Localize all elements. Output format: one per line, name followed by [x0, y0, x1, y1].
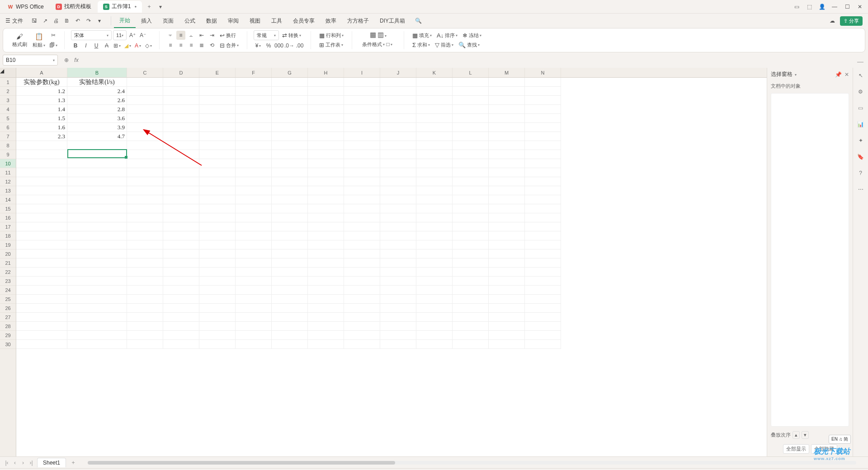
- cell[interactable]: [380, 340, 416, 349]
- increase-font-icon[interactable]: A⁺: [128, 31, 137, 40]
- cell[interactable]: [453, 240, 489, 249]
- cell[interactable]: [163, 304, 199, 313]
- fx-icon[interactable]: fx: [71, 55, 81, 65]
- cell[interactable]: [308, 195, 344, 204]
- underline-button[interactable]: U: [92, 41, 101, 50]
- row-header[interactable]: 18: [0, 231, 16, 240]
- cell[interactable]: [453, 114, 489, 123]
- cell[interactable]: [16, 304, 67, 313]
- menu-方方格子[interactable]: 方方格子: [342, 14, 374, 28]
- col-header-A[interactable]: A: [16, 68, 67, 77]
- cell[interactable]: [453, 123, 489, 132]
- cell[interactable]: [308, 286, 344, 295]
- cell[interactable]: [453, 331, 489, 340]
- cell[interactable]: [344, 304, 380, 313]
- cell[interactable]: [525, 150, 561, 159]
- cell[interactable]: [163, 114, 199, 123]
- cell[interactable]: [199, 114, 236, 123]
- cell[interactable]: [344, 114, 380, 123]
- cell[interactable]: [525, 186, 561, 195]
- cell[interactable]: [236, 313, 272, 322]
- cell[interactable]: [416, 150, 453, 159]
- cell[interactable]: [308, 295, 344, 304]
- cell[interactable]: [163, 268, 199, 277]
- cell[interactable]: [272, 258, 308, 268]
- cell[interactable]: [308, 96, 344, 105]
- cell[interactable]: [16, 258, 67, 268]
- window-cube-icon[interactable]: ⬚: [803, 0, 816, 13]
- cell[interactable]: [344, 177, 380, 186]
- cell[interactable]: [163, 96, 199, 105]
- cell[interactable]: [199, 105, 236, 114]
- cell[interactable]: [67, 150, 127, 159]
- cell[interactable]: 1.3: [16, 96, 67, 105]
- cell[interactable]: [163, 195, 199, 204]
- cell[interactable]: [272, 286, 308, 295]
- cell[interactable]: [67, 322, 127, 331]
- cell[interactable]: [127, 105, 163, 114]
- select-tool-icon[interactable]: ↖: [856, 70, 866, 80]
- cell[interactable]: [416, 204, 453, 213]
- cell[interactable]: [453, 213, 489, 222]
- print-icon[interactable]: 🖨: [51, 16, 61, 26]
- currency-icon[interactable]: ¥▾: [254, 41, 263, 50]
- cell[interactable]: [308, 249, 344, 258]
- cell[interactable]: [308, 123, 344, 132]
- cell[interactable]: [272, 304, 308, 313]
- cell[interactable]: [163, 231, 199, 240]
- row-header[interactable]: 15: [0, 204, 16, 213]
- cell[interactable]: [489, 141, 525, 150]
- move-up-icon[interactable]: ▴: [793, 431, 800, 439]
- cell[interactable]: [67, 159, 127, 168]
- cell[interactable]: [344, 78, 380, 87]
- cell[interactable]: [16, 322, 67, 331]
- cell[interactable]: [344, 286, 380, 295]
- cell[interactable]: [308, 322, 344, 331]
- menu-视图[interactable]: 视图: [244, 14, 266, 28]
- cell[interactable]: [344, 96, 380, 105]
- cell[interactable]: [489, 87, 525, 96]
- cell[interactable]: [416, 240, 453, 249]
- cell[interactable]: [199, 123, 236, 132]
- cell[interactable]: [67, 186, 127, 195]
- cell[interactable]: [344, 222, 380, 231]
- cell[interactable]: [344, 240, 380, 249]
- cell[interactable]: [272, 240, 308, 249]
- window-minimize-button[interactable]: —: [828, 0, 841, 13]
- cell[interactable]: [489, 168, 525, 177]
- cell[interactable]: [416, 114, 453, 123]
- cell[interactable]: [416, 132, 453, 141]
- cell[interactable]: [272, 222, 308, 231]
- cell[interactable]: [380, 240, 416, 249]
- search-menu-button[interactable]: 🔍: [410, 18, 426, 24]
- cell[interactable]: [453, 168, 489, 177]
- align-center-icon[interactable]: ≡: [176, 41, 185, 50]
- more-tool-icon[interactable]: ⋯: [856, 184, 866, 194]
- bookmark-tool-icon[interactable]: 🔖: [856, 152, 866, 162]
- cell[interactable]: [416, 222, 453, 231]
- cell[interactable]: [163, 322, 199, 331]
- window-compact-icon[interactable]: ▭: [790, 0, 803, 13]
- cell[interactable]: [272, 295, 308, 304]
- cell[interactable]: [199, 177, 236, 186]
- cell[interactable]: [453, 249, 489, 258]
- first-sheet-icon[interactable]: |‹: [3, 460, 11, 466]
- convert-button[interactable]: ⇄转换▾: [280, 31, 303, 40]
- cell[interactable]: [416, 295, 453, 304]
- row-header[interactable]: 5: [0, 114, 16, 123]
- cell[interactable]: [163, 295, 199, 304]
- cell[interactable]: [344, 195, 380, 204]
- cell[interactable]: [344, 313, 380, 322]
- cell[interactable]: [272, 340, 308, 349]
- cell[interactable]: [236, 186, 272, 195]
- tab-template[interactable]: D 找稻壳模板: [50, 1, 97, 13]
- cell[interactable]: [344, 340, 380, 349]
- row-header[interactable]: 1: [0, 78, 16, 87]
- cell[interactable]: [127, 177, 163, 186]
- cell[interactable]: [16, 313, 67, 322]
- increase-decimal-icon[interactable]: .0→: [285, 41, 294, 50]
- cell[interactable]: [272, 87, 308, 96]
- cell[interactable]: [416, 340, 453, 349]
- cell[interactable]: [199, 132, 236, 141]
- cell[interactable]: [489, 286, 525, 295]
